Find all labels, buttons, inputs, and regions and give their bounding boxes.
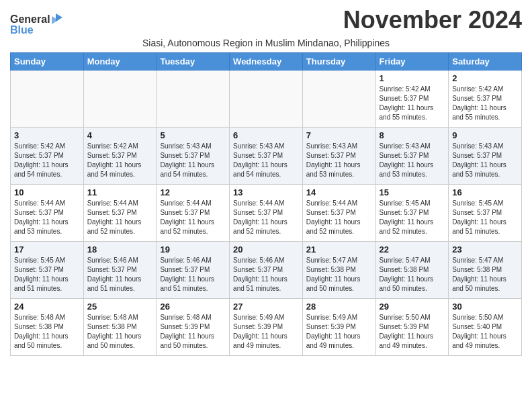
calendar-cell: 16Sunrise: 5:45 AM Sunset: 5:37 PM Dayli… [449, 185, 522, 242]
day-info: Sunrise: 5:43 AM Sunset: 5:37 PM Dayligh… [306, 142, 372, 179]
calendar-cell [11, 71, 84, 128]
day-number: 3 [14, 130, 80, 140]
column-header-sunday: Sunday [11, 53, 84, 71]
day-number: 23 [452, 244, 518, 255]
column-header-saturday: Saturday [449, 53, 522, 71]
calendar-cell: 7Sunrise: 5:43 AM Sunset: 5:37 PM Daylig… [302, 128, 375, 185]
calendar-cell: 4Sunrise: 5:42 AM Sunset: 5:37 PM Daylig… [83, 128, 157, 185]
calendar-cell: 15Sunrise: 5:45 AM Sunset: 5:37 PM Dayli… [375, 185, 449, 242]
month-title: November 2024 [343, 7, 522, 34]
subtitle: Siasi, Autonomous Region in Muslim Minda… [10, 38, 522, 48]
day-number: 15 [380, 187, 445, 197]
day-number: 12 [160, 187, 226, 197]
day-info: Sunrise: 5:44 AM Sunset: 5:37 PM Dayligh… [14, 199, 80, 236]
day-info: Sunrise: 5:43 AM Sunset: 5:37 PM Dayligh… [380, 142, 445, 179]
day-info: Sunrise: 5:44 AM Sunset: 5:37 PM Dayligh… [160, 199, 226, 236]
day-info: Sunrise: 5:42 AM Sunset: 5:37 PM Dayligh… [87, 142, 153, 179]
calendar-cell: 28Sunrise: 5:49 AM Sunset: 5:39 PM Dayli… [302, 299, 375, 356]
day-number: 28 [306, 302, 372, 312]
column-header-monday: Monday [83, 53, 157, 71]
day-info: Sunrise: 5:42 AM Sunset: 5:37 PM Dayligh… [14, 142, 80, 179]
day-info: Sunrise: 5:43 AM Sunset: 5:37 PM Dayligh… [452, 142, 518, 179]
calendar-cell: 29Sunrise: 5:50 AM Sunset: 5:39 PM Dayli… [375, 299, 449, 356]
day-number: 30 [452, 302, 518, 312]
day-number: 10 [14, 187, 80, 197]
calendar-table: SundayMondayTuesdayWednesdayThursdayFrid… [10, 52, 522, 356]
calendar-cell: 27Sunrise: 5:49 AM Sunset: 5:39 PM Dayli… [230, 299, 303, 356]
day-info: Sunrise: 5:45 AM Sunset: 5:37 PM Dayligh… [14, 256, 80, 293]
day-info: Sunrise: 5:44 AM Sunset: 5:37 PM Dayligh… [306, 199, 372, 236]
day-info: Sunrise: 5:47 AM Sunset: 5:38 PM Dayligh… [380, 256, 445, 293]
calendar-cell: 20Sunrise: 5:46 AM Sunset: 5:37 PM Dayli… [230, 242, 303, 299]
calendar-cell: 13Sunrise: 5:44 AM Sunset: 5:37 PM Dayli… [230, 185, 303, 242]
calendar-cell: 12Sunrise: 5:44 AM Sunset: 5:37 PM Dayli… [157, 185, 230, 242]
day-number: 6 [233, 130, 299, 140]
day-number: 29 [380, 302, 445, 312]
day-info: Sunrise: 5:42 AM Sunset: 5:37 PM Dayligh… [380, 85, 445, 122]
calendar-cell: 21Sunrise: 5:47 AM Sunset: 5:38 PM Dayli… [302, 242, 375, 299]
calendar-cell: 11Sunrise: 5:44 AM Sunset: 5:37 PM Dayli… [83, 185, 157, 242]
day-number: 1 [380, 73, 445, 83]
day-info: Sunrise: 5:47 AM Sunset: 5:38 PM Dayligh… [452, 256, 518, 293]
day-number: 26 [160, 302, 226, 312]
day-number: 2 [452, 73, 518, 83]
calendar-cell: 10Sunrise: 5:44 AM Sunset: 5:37 PM Dayli… [11, 185, 84, 242]
calendar-cell [302, 71, 375, 128]
day-info: Sunrise: 5:50 AM Sunset: 5:40 PM Dayligh… [452, 313, 518, 351]
calendar-cell: 9Sunrise: 5:43 AM Sunset: 5:37 PM Daylig… [449, 128, 522, 185]
day-number: 20 [233, 244, 299, 255]
day-number: 8 [380, 130, 445, 140]
day-info: Sunrise: 5:50 AM Sunset: 5:39 PM Dayligh… [380, 313, 445, 351]
day-number: 7 [306, 130, 372, 140]
day-info: Sunrise: 5:42 AM Sunset: 5:37 PM Dayligh… [452, 85, 518, 122]
week-row-1: 1Sunrise: 5:42 AM Sunset: 5:37 PM Daylig… [11, 71, 522, 128]
day-number: 24 [14, 302, 80, 312]
calendar-cell: 18Sunrise: 5:46 AM Sunset: 5:37 PM Dayli… [83, 242, 157, 299]
calendar-cell: 3Sunrise: 5:42 AM Sunset: 5:37 PM Daylig… [11, 128, 84, 185]
calendar-cell: 19Sunrise: 5:46 AM Sunset: 5:37 PM Dayli… [157, 242, 230, 299]
week-row-5: 24Sunrise: 5:48 AM Sunset: 5:38 PM Dayli… [11, 299, 522, 356]
calendar-cell: 17Sunrise: 5:45 AM Sunset: 5:37 PM Dayli… [11, 242, 84, 299]
calendar-cell: 8Sunrise: 5:43 AM Sunset: 5:37 PM Daylig… [375, 128, 449, 185]
day-number: 27 [233, 302, 299, 312]
day-number: 18 [87, 244, 153, 255]
day-info: Sunrise: 5:45 AM Sunset: 5:37 PM Dayligh… [380, 199, 445, 236]
day-number: 21 [306, 244, 372, 255]
column-header-tuesday: Tuesday [157, 53, 230, 71]
day-number: 13 [233, 187, 299, 197]
week-row-4: 17Sunrise: 5:45 AM Sunset: 5:37 PM Dayli… [11, 242, 522, 299]
day-info: Sunrise: 5:46 AM Sunset: 5:37 PM Dayligh… [233, 256, 299, 293]
day-info: Sunrise: 5:49 AM Sunset: 5:39 PM Dayligh… [233, 313, 299, 351]
page-header: General Blue November 2024 [10, 7, 522, 35]
logo: General Blue [10, 11, 64, 35]
day-info: Sunrise: 5:44 AM Sunset: 5:37 PM Dayligh… [87, 199, 153, 236]
day-info: Sunrise: 5:43 AM Sunset: 5:37 PM Dayligh… [233, 142, 299, 179]
week-row-2: 3Sunrise: 5:42 AM Sunset: 5:37 PM Daylig… [11, 128, 522, 185]
calendar-cell [83, 71, 157, 128]
column-header-thursday: Thursday [302, 53, 375, 71]
calendar-cell [157, 71, 230, 128]
day-number: 14 [306, 187, 372, 197]
column-header-friday: Friday [375, 53, 449, 71]
day-number: 5 [160, 130, 226, 140]
day-info: Sunrise: 5:45 AM Sunset: 5:37 PM Dayligh… [452, 199, 518, 236]
day-number: 22 [380, 244, 445, 255]
day-number: 17 [14, 244, 80, 255]
day-number: 9 [452, 130, 518, 140]
day-info: Sunrise: 5:43 AM Sunset: 5:37 PM Dayligh… [160, 142, 226, 179]
day-number: 11 [87, 187, 153, 197]
calendar-cell: 25Sunrise: 5:48 AM Sunset: 5:38 PM Dayli… [83, 299, 157, 356]
calendar-cell [230, 71, 303, 128]
day-info: Sunrise: 5:46 AM Sunset: 5:37 PM Dayligh… [160, 256, 226, 293]
calendar-cell: 2Sunrise: 5:42 AM Sunset: 5:37 PM Daylig… [449, 71, 522, 128]
calendar-cell: 14Sunrise: 5:44 AM Sunset: 5:37 PM Dayli… [302, 185, 375, 242]
calendar-cell: 5Sunrise: 5:43 AM Sunset: 5:37 PM Daylig… [157, 128, 230, 185]
calendar-cell: 24Sunrise: 5:48 AM Sunset: 5:38 PM Dayli… [11, 299, 84, 356]
day-number: 19 [160, 244, 226, 255]
day-info: Sunrise: 5:48 AM Sunset: 5:38 PM Dayligh… [87, 313, 153, 351]
day-number: 25 [87, 302, 153, 312]
logo-icon: General Blue [10, 11, 64, 35]
header-row: SundayMondayTuesdayWednesdayThursdayFrid… [11, 53, 522, 71]
calendar-cell: 23Sunrise: 5:47 AM Sunset: 5:38 PM Dayli… [449, 242, 522, 299]
day-info: Sunrise: 5:44 AM Sunset: 5:37 PM Dayligh… [233, 199, 299, 236]
